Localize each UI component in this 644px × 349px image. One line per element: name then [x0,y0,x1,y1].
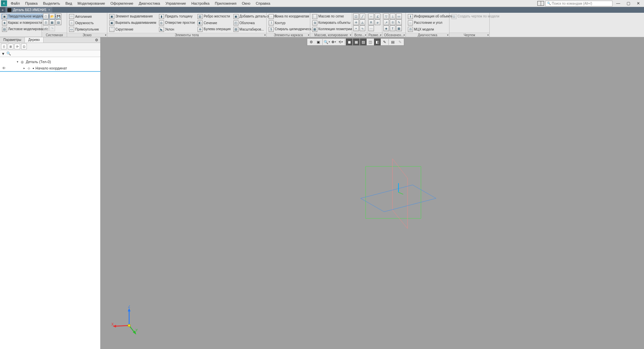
cmd-extrude[interactable]: ▣Элемент выдавливания [108,13,157,19]
sym-base-icon[interactable]: ⊥ [390,13,395,19]
tree-tool-3-icon[interactable]: ⟳ [14,44,20,49]
sym-text-icon[interactable]: T [390,26,395,31]
sym-mark-icon[interactable]: ✎ [396,19,402,25]
vt-save-view-icon[interactable]: ▤ [389,39,396,45]
sym-rough-icon[interactable]: ▽ [383,13,389,19]
undo-icon[interactable]: ↶ [43,26,49,31]
filter-icon[interactable]: ▼ [1,52,5,56]
tab-close-icon[interactable]: × [48,8,50,12]
cmd-boolean[interactable]: ⊕Булева операция [197,26,231,32]
maximize-button[interactable]: ▢ [624,1,633,6]
vt-shaded-icon[interactable]: ◼ [346,39,353,45]
vt-zoom-icon[interactable]: 🔍 [323,39,330,45]
menu-design[interactable]: Оформление [108,0,136,6]
cmd-geom-collection[interactable]: ▦Коллекция геометрии [311,26,353,32]
tree-root-row[interactable]: ▾ ◎ Деталь (Тел-0) [0,58,100,65]
cmd-autoline[interactable]: 〰Автолиния [68,13,100,19]
vt-frame-icon[interactable]: ▣ [315,39,322,45]
cmd-create-drawing[interactable]: ▤Создать чертеж по модели [450,13,500,19]
tree-tool-4-icon[interactable]: ⊡ [21,44,27,49]
cmd-circle[interactable]: ○Окружность [68,20,100,26]
cmd-distance-angle[interactable]: ↔Расстояние и угол [407,20,453,26]
sym-table-icon[interactable]: ▦ [396,26,402,31]
cmd-thicken[interactable]: ▮Придать толщину [158,13,196,19]
vt-sketch-toggle-icon[interactable]: ✎ [381,39,388,45]
collection-icon: ▦ [312,27,317,32]
dim-dia-icon[interactable]: ⌀ [375,19,380,25]
viewport-3d[interactable]: ⚙ ▣ 🔍 ✥ ⟲ ◼ ▦ ▨ ◫ ◧ ✎ ▤ ✎ Z X Y [101,37,644,349]
aux-curve-icon[interactable]: ∿ [360,26,365,31]
expand-icon[interactable]: ▸ [23,66,25,70]
menu-help[interactable]: Справка [253,0,273,6]
menu-apps[interactable]: Приложения [212,0,239,6]
side-settings-icon[interactable]: ⚙ [93,37,100,43]
menu-diagnostics[interactable]: Диагностика [136,0,163,6]
vt-measure-icon[interactable]: ✎ [396,39,403,45]
cmd-contour[interactable]: ⌇Контур [268,20,315,26]
print-icon[interactable]: ⎙ [43,19,49,25]
collapse-icon[interactable]: ▾ [17,60,18,63]
aux-lcs-icon[interactable]: ✛ [353,19,359,25]
cmd-info-object[interactable]: ℹИнформация об объекте [407,13,453,19]
new-tab-button[interactable]: + [0,7,5,13]
aux-axis-icon[interactable]: ╱ [360,13,365,19]
preview-icon[interactable]: ▦ [49,19,55,25]
tab-tree[interactable]: Дерево [25,37,43,43]
save-file-icon[interactable]: 💾 [56,13,61,19]
tree-tool-2-icon[interactable]: ⊞ [8,44,13,49]
menu-window[interactable]: Окно [239,0,253,6]
close-button[interactable]: ✕ [634,1,643,6]
vt-hidden-icon[interactable]: ▨ [360,39,367,45]
search-small-icon[interactable]: 🔍 [6,51,11,56]
menu-view[interactable]: Вид [63,0,75,6]
cmd-rectangle[interactable]: ▭Прямоугольник [68,26,100,32]
cmd-point-coord[interactable]: ·Точка по координатам [268,13,315,19]
cmd-hole[interactable]: ◎Отверстие простое [158,20,196,26]
open-file-icon[interactable]: 📂 [49,13,55,19]
redo-icon[interactable]: ↷ [49,26,55,31]
cmd-spiral[interactable]: §Спираль цилиндрическ... [268,26,315,32]
dim-linear-icon[interactable]: ↔ [368,13,374,19]
vt-rotate-icon[interactable]: ⟲ [337,39,344,45]
properties-icon[interactable]: ▤ [56,19,61,25]
menu-edit[interactable]: Правка [22,0,40,6]
dim-angle-icon[interactable]: ∠ [375,13,380,19]
menu-file[interactable]: Файл [8,0,22,6]
tab-parameters[interactable]: Параметры [0,37,25,43]
cmd-fillet[interactable]: ⌒Скругление [108,26,157,32]
tree-filter-input[interactable] [12,51,99,56]
vt-pan-icon[interactable]: ✥ [330,39,337,45]
tree-tool-1-icon[interactable]: ⎙ [1,44,7,49]
aux-plane-icon[interactable]: ◫ [353,13,359,19]
vt-perspective-icon[interactable]: ◫ [367,39,374,45]
cmd-rib[interactable]: ▥Ребро жесткости [197,13,231,19]
cmd-array-grid[interactable]: ⋮⋮Массив по сетке [311,13,353,19]
new-file-icon[interactable]: □ [43,13,49,19]
document-tab[interactable]: Деталь БЕЗ ИМЕНИ1 × [5,7,52,13]
aux-surf-icon[interactable]: ◬ [360,19,365,25]
minimize-button[interactable]: — [614,1,623,6]
cmd-draft[interactable]: ◣Уклон [158,26,196,32]
dim-radius-icon[interactable]: R [368,19,374,25]
menu-modeling[interactable]: Моделирование [75,0,108,6]
vt-settings-icon[interactable]: ⚙ [308,39,315,45]
cmd-mass-props[interactable]: ⚖МЦХ модели [407,26,453,32]
layout-toggle-icon[interactable] [537,1,544,6]
cmd-section[interactable]: ◧Сечение [197,20,231,26]
tree-origin-row[interactable]: 👁 ▸ ⊹ ● Начало координат [0,65,100,72]
sym-tol-icon[interactable]: ▭ [396,13,402,19]
aux-point-icon[interactable]: • [353,26,359,31]
sym-brand-icon[interactable]: ◈ [383,26,389,31]
sym-pos-icon[interactable]: ① [390,19,395,25]
cmd-cut-extrude[interactable]: ▣Вырезать выдавливанием [108,20,157,26]
menu-settings[interactable]: Настройка [189,0,212,6]
sym-leader-icon[interactable]: ↗ [383,19,389,25]
visibility-icon[interactable]: 👁 [2,66,6,70]
cmd-copy-objects[interactable]: ⧉Копировать объекты [311,20,353,26]
vt-section-icon[interactable]: ◧ [374,39,381,45]
menu-manage[interactable]: Управление [163,0,189,6]
command-search[interactable]: Поиск по командам (Alt+/) [545,1,612,6]
vt-wireframe-icon[interactable]: ▦ [353,39,360,45]
dim-chain-icon[interactable]: ⋯ [368,26,374,31]
menu-select[interactable]: Выделить [40,0,63,6]
